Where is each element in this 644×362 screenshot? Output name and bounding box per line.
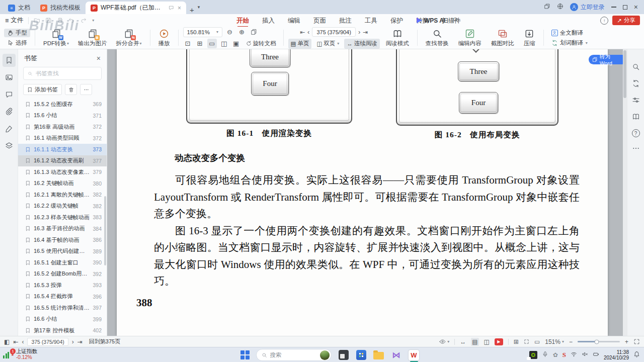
zoom-out-icon[interactable]: ⊖ bbox=[225, 27, 234, 37]
bookmark-item[interactable]: 16.1.2 动态改变画刷 377 bbox=[18, 155, 107, 167]
tray-pin-icon[interactable]: ✿ bbox=[553, 351, 558, 358]
maximize-button[interactable] bbox=[623, 5, 627, 10]
dictionary-icon[interactable] bbox=[632, 113, 640, 122]
tab-list-dropdown[interactable]: ▾ bbox=[198, 5, 200, 10]
convert-to-word-badge[interactable]: 转为Word bbox=[589, 55, 627, 64]
bookmark-item[interactable]: 16.2.3 样条关键帧动画 383 bbox=[18, 212, 107, 223]
bookmark-item[interactable]: 16.2.1 离散的关键帧动画 382 bbox=[18, 189, 107, 201]
fit-page-icon[interactable]: ⊞ bbox=[195, 39, 205, 48]
zoom-plus-icon[interactable]: + bbox=[625, 338, 628, 345]
read-mode-button[interactable]: 阅读模式 bbox=[382, 28, 413, 48]
taskbar-search-input[interactable] bbox=[270, 352, 317, 358]
bookmark-item[interactable]: 16.4 基于帧的动画 386 bbox=[18, 234, 107, 246]
bookmark-item[interactable]: 16.1.3 动态改变像素着色器 379 bbox=[18, 166, 107, 178]
help-icon[interactable]: ? bbox=[632, 129, 640, 137]
page-number-input[interactable]: 375 (375/904) bbox=[312, 27, 356, 37]
export-image-button[interactable]: ▦ 输出为图片 bbox=[74, 28, 111, 48]
presentation-play-icon[interactable]: ▶ bbox=[495, 338, 503, 345]
bookmark-item[interactable]: 16.6 小结 399 bbox=[18, 314, 107, 325]
play-button[interactable]: 播放 bbox=[155, 28, 174, 48]
ribbon-tab[interactable]: 保护 bbox=[390, 15, 403, 27]
continuous-read-button[interactable]: ↔连续阅读 bbox=[344, 39, 380, 49]
document-tab[interactable]: ≡ 文档 × bbox=[3, 2, 35, 14]
taskbar-app-wps[interactable]: W bbox=[409, 349, 420, 360]
bookmark-item[interactable]: 16.3 基于路径的动画 384 bbox=[18, 223, 107, 235]
zoom-minus-icon[interactable]: − bbox=[569, 338, 573, 345]
fit-actual-icon[interactable]: ⊡ bbox=[183, 39, 193, 48]
fit-width-status-icon[interactable]: ▭ bbox=[534, 338, 540, 345]
continuous-view-icon[interactable]: ↔ bbox=[460, 338, 466, 345]
double-page-button[interactable]: ◫双页▾ bbox=[314, 39, 342, 49]
zoom-in-icon[interactable]: ⊕ bbox=[237, 27, 247, 37]
find-replace-button[interactable]: 查找替换 bbox=[422, 28, 452, 48]
pdf-convert-button[interactable]: W PDF转换▾ bbox=[40, 28, 72, 48]
scrollbar-thumb[interactable] bbox=[623, 50, 626, 98]
prev-page-icon[interactable]: ‹ bbox=[307, 28, 309, 36]
bookmark-item[interactable]: 16.5.4 拦截炸弹 396 bbox=[18, 291, 107, 303]
windows-start-button[interactable] bbox=[240, 350, 250, 359]
status-page-input[interactable]: 375 (375/904) bbox=[27, 338, 68, 346]
bookmark-item[interactable]: 16.2.2 缓动关键帧 382 bbox=[18, 201, 107, 212]
print-icon[interactable] bbox=[57, 17, 63, 24]
new-tab-button[interactable]: + bbox=[186, 6, 198, 14]
double-view-icon[interactable]: ◫ bbox=[484, 338, 490, 345]
status-zoom-select[interactable]: 151%▾ bbox=[545, 338, 564, 345]
close-button[interactable]: × bbox=[634, 3, 638, 11]
taskbar-app-screenshot[interactable] bbox=[338, 349, 349, 360]
translate-word-button[interactable]: 划词翻译▾ bbox=[548, 39, 591, 47]
thumbnails-panel-icon[interactable] bbox=[3, 71, 16, 84]
ribbon-tab[interactable]: 工具 bbox=[365, 15, 377, 27]
tab-close-icon[interactable]: × bbox=[178, 5, 181, 12]
tray-volume-muted-icon[interactable] bbox=[582, 351, 588, 359]
bookmark-more-button[interactable] bbox=[80, 84, 92, 95]
single-view-icon[interactable]: ▤ bbox=[471, 338, 478, 346]
bookmark-item[interactable]: 16.5.2 创建Bomb用户控件 392 bbox=[18, 268, 107, 280]
upload-cloud-icon[interactable]: ↑ bbox=[600, 17, 608, 25]
zoom-level-select[interactable]: 150.81%▾ bbox=[183, 27, 222, 37]
layout-switch-icon[interactable] bbox=[544, 3, 550, 11]
page-organize-icon[interactable] bbox=[249, 27, 259, 37]
rotate-doc-button[interactable]: 旋转文档 bbox=[244, 39, 279, 49]
toggle-sidebar-icon[interactable]: ◧ bbox=[4, 338, 10, 345]
settings-sliders-icon[interactable] bbox=[632, 96, 640, 106]
zoom-slider-thumb[interactable] bbox=[594, 339, 599, 344]
hand-tool-button[interactable]: 手型 bbox=[4, 29, 30, 37]
tray-wifi-icon[interactable] bbox=[571, 351, 577, 359]
wps-ai-button[interactable]: WPS AI bbox=[417, 17, 445, 24]
tray-microphone-icon[interactable] bbox=[542, 351, 548, 359]
rotate-left-icon[interactable]: ◫ bbox=[219, 39, 229, 48]
status-next-page-icon[interactable]: › bbox=[72, 338, 74, 345]
document-tab[interactable]: P WPF基础.pdf（已加密） × bbox=[86, 2, 186, 14]
search-doc-icon[interactable] bbox=[632, 63, 640, 72]
ribbon-tab[interactable]: 批注 bbox=[339, 15, 352, 27]
bookmarks-panel-icon[interactable] bbox=[3, 54, 16, 67]
tab-comment-icon[interactable] bbox=[169, 5, 174, 11]
fit-width-icon[interactable]: ▭ bbox=[207, 39, 217, 48]
undo-icon[interactable] bbox=[68, 17, 75, 24]
login-button[interactable]: 立即登录 bbox=[570, 3, 605, 12]
translate-full-button[interactable]: 文 全文翻译 bbox=[548, 29, 586, 37]
bookmark-item[interactable]: 16.1.1 动态变换 373 bbox=[18, 144, 107, 155]
tray-battery-icon[interactable] bbox=[593, 351, 599, 359]
notification-bell-icon[interactable] bbox=[633, 351, 640, 359]
status-last-page-icon[interactable]: ⇥ bbox=[77, 338, 83, 345]
globe-icon[interactable] bbox=[557, 3, 564, 11]
translate-side-icon[interactable] bbox=[632, 79, 640, 89]
add-bookmark-button[interactable]: 添加书签 bbox=[23, 84, 62, 95]
signature-panel-icon[interactable] bbox=[3, 122, 16, 135]
status-first-page-icon[interactable]: ⇤ bbox=[13, 338, 18, 345]
bookmark-item[interactable]: 15.6 小结 371 bbox=[18, 110, 107, 122]
single-page-button[interactable]: ▤单页 bbox=[288, 39, 312, 49]
taskbar-clock[interactable]: 11:38 2024/10/29 bbox=[604, 349, 629, 360]
bookmark-item[interactable]: 16.1 动画类型回顾 372 bbox=[18, 133, 107, 144]
fit-page-status-icon[interactable]: ⊞ bbox=[514, 338, 519, 345]
bookmark-search-box[interactable] bbox=[23, 67, 102, 80]
ribbon-tab[interactable]: 页面 bbox=[313, 15, 326, 27]
rotate-right-icon[interactable]: ▣ bbox=[231, 39, 241, 48]
panel-close-icon[interactable]: × bbox=[97, 54, 101, 62]
share-button[interactable]: ↗ 分享 bbox=[612, 16, 640, 25]
bookmark-item[interactable]: 16.5.5 统计炸弹和清理工作 397 bbox=[18, 302, 107, 314]
bookmark-item[interactable]: 16.5.1 创建主窗口 390 bbox=[18, 257, 107, 268]
bookmark-item[interactable]: 第16章 高级动画 372 bbox=[18, 121, 107, 133]
minimize-button[interactable] bbox=[611, 7, 616, 8]
